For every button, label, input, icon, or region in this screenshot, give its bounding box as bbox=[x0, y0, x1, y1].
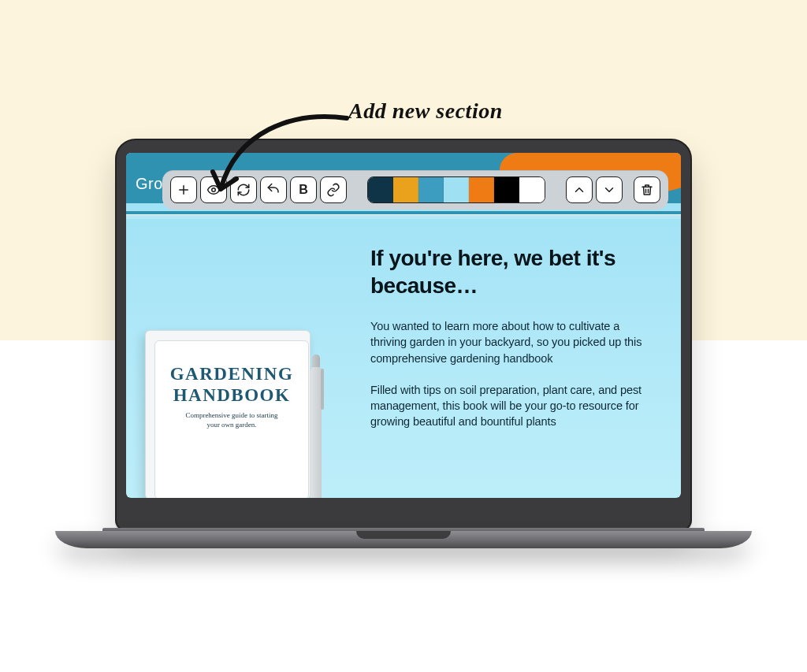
refresh-icon bbox=[236, 183, 251, 197]
hero-title: If you're here, we bet it's because… bbox=[370, 244, 660, 299]
undo-icon bbox=[266, 183, 281, 197]
move-down-button[interactable] bbox=[596, 176, 623, 203]
hero-text-column[interactable]: If you're here, we bet it's because… You… bbox=[363, 214, 681, 498]
laptop-screen: Gro B bbox=[126, 153, 681, 498]
color-palette bbox=[367, 176, 545, 203]
brand-fragment: Gro bbox=[136, 175, 163, 193]
page-editor: Gro B bbox=[126, 153, 681, 498]
bold-button[interactable]: B bbox=[290, 176, 317, 203]
undo-button[interactable] bbox=[260, 176, 287, 203]
refresh-button[interactable] bbox=[230, 176, 257, 203]
color-swatch-5[interactable] bbox=[469, 177, 494, 202]
hero-image-column: GARDENING HANDBOOK Comprehensive guide t… bbox=[126, 214, 363, 498]
section-toolbar: B bbox=[162, 170, 668, 210]
bold-icon: B bbox=[299, 183, 308, 197]
color-swatch-3[interactable] bbox=[418, 177, 444, 202]
pen-graphic bbox=[311, 366, 322, 498]
page-content: GARDENING HANDBOOK Comprehensive guide t… bbox=[126, 214, 681, 498]
color-swatch-7[interactable] bbox=[519, 177, 545, 202]
svg-point-0 bbox=[212, 188, 216, 192]
color-swatch-6[interactable] bbox=[494, 177, 519, 202]
book-mockup: GARDENING HANDBOOK Comprehensive guide t… bbox=[137, 310, 342, 498]
laptop-mockup: Gro B bbox=[102, 139, 705, 561]
trash-icon bbox=[640, 183, 654, 197]
hero-paragraph-1: You wanted to learn more about how to cu… bbox=[370, 318, 654, 366]
link-icon bbox=[326, 183, 340, 197]
annotation-label: Add new section bbox=[348, 98, 503, 124]
color-swatch-4[interactable] bbox=[444, 177, 469, 202]
chevron-down-icon bbox=[602, 183, 616, 197]
plus-icon bbox=[177, 183, 191, 197]
eye-icon bbox=[206, 183, 221, 197]
delete-section-button[interactable] bbox=[634, 176, 660, 203]
link-button[interactable] bbox=[320, 176, 347, 203]
chevron-up-icon bbox=[572, 183, 586, 197]
book-title: GARDENING HANDBOOK bbox=[166, 363, 297, 406]
color-swatch-2[interactable] bbox=[393, 177, 418, 202]
color-swatch-1[interactable] bbox=[368, 177, 393, 202]
move-up-button[interactable] bbox=[566, 176, 593, 203]
toolbar-main-group: B bbox=[170, 176, 347, 203]
hero-paragraph-2: Filled with tips on soil preparation, pl… bbox=[370, 382, 654, 430]
add-section-button[interactable] bbox=[170, 176, 197, 203]
toolbar-move-group bbox=[566, 176, 623, 203]
book-subtitle: Comprehensive guide to starting your own… bbox=[166, 410, 297, 429]
preview-button[interactable] bbox=[200, 176, 227, 203]
